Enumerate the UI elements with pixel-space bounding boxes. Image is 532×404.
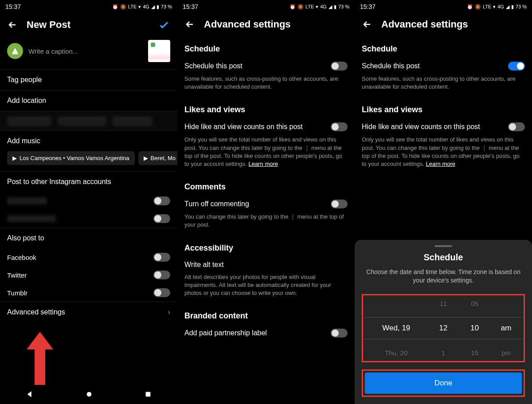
alarm-icon: ⏰ — [112, 4, 118, 10]
chevron-right-icon: › — [168, 308, 170, 316]
status-bar: 15:37 ⏰ 🔕 LTE ▾ 4G ◢ ▮73 % — [177, 0, 355, 13]
picker-hour-selected[interactable]: 12 — [428, 317, 459, 339]
picker-date-selected[interactable]: Wed, 19 — [365, 317, 428, 339]
twitter-toggle[interactable] — [153, 271, 170, 279]
dnd-icon: 🔕 — [475, 4, 481, 10]
hide-counts-row[interactable]: Hide like and view counts on this post — [177, 118, 355, 134]
volte-icon: LTE — [483, 4, 491, 9]
schedule-bottom-sheet: Schedule Choose the date and time below.… — [355, 240, 532, 404]
hide-counts-desc: Only you will see the total number of li… — [355, 134, 532, 174]
section-comments: Comments — [177, 174, 355, 195]
schedule-post-row[interactable]: Schedule this post — [177, 57, 355, 73]
datetime-picker[interactable]: 11 05 Wed, 19 12 10 am Thu, 20 1 15 pm — [365, 300, 522, 357]
signal-icon: ◢ — [506, 4, 509, 10]
picker-min-below[interactable]: 15 — [459, 349, 490, 357]
tumblr-toggle[interactable] — [153, 288, 170, 297]
hide-counts-toggle[interactable] — [508, 122, 525, 131]
datetime-picker-highlight: 11 05 Wed, 19 12 10 am Thu, 20 1 15 pm — [362, 294, 525, 362]
paid-label-row[interactable]: Add paid partnership label — [177, 324, 355, 340]
commenting-toggle[interactable] — [331, 200, 348, 208]
picker-min-selected[interactable]: 10 — [459, 317, 490, 339]
tag-people-row[interactable]: Tag people — [0, 69, 177, 90]
learn-more-link[interactable]: Learn more — [426, 161, 455, 167]
back-icon[interactable] — [7, 20, 18, 30]
add-music-row[interactable]: Add music — [0, 130, 177, 151]
picker-ampm-selected[interactable]: am — [490, 317, 522, 339]
back-icon[interactable] — [362, 19, 372, 30]
screen-advanced-settings-on: 15:37 ⏰ 🔕 LTE ▾ 4G ◢ ▮73 % Advanced sett… — [355, 0, 532, 404]
status-time: 15:37 — [5, 3, 21, 10]
picker-ampm-below[interactable]: pm — [490, 349, 522, 357]
picker-hour-below[interactable]: 1 — [428, 349, 459, 357]
hide-counts-toggle[interactable] — [331, 122, 348, 131]
wifi-icon: ▾ — [316, 4, 318, 10]
add-location-row[interactable]: Add location — [0, 90, 177, 111]
status-time: 15:37 — [360, 3, 376, 10]
music-chip-1[interactable]: ▶Los Campeones • Vamos Vamos Argentina — [7, 151, 135, 165]
battery-pct: 73 % — [516, 4, 527, 9]
schedule-toggle-on[interactable] — [508, 62, 525, 71]
facebook-row[interactable]: Facebook — [0, 248, 177, 266]
back-icon[interactable] — [184, 19, 195, 30]
status-bar: 15:37 ⏰ 🔕 LTE ▾ 4G ◢ ▮73 % — [0, 0, 177, 13]
sheet-desc: Choose the date and time below. Time zon… — [362, 268, 525, 285]
alarm-icon: ⏰ — [467, 4, 473, 10]
turn-off-commenting-row[interactable]: Turn off commenting — [177, 195, 355, 211]
picker-hour-above[interactable]: 11 — [428, 300, 459, 307]
learn-more-link[interactable]: Learn more — [249, 161, 278, 167]
picker-date-below[interactable]: Thu, 20 — [365, 349, 428, 357]
sheet-grabber[interactable] — [434, 245, 452, 247]
nav-home-icon[interactable] — [86, 391, 93, 400]
battery-pct: 73 % — [161, 4, 172, 9]
page-title: Advanced settings — [381, 19, 525, 30]
confirm-icon[interactable] — [158, 19, 170, 31]
done-highlight: Done — [362, 369, 525, 397]
alt-text-desc: Alt text describes your photos for peopl… — [177, 271, 355, 304]
battery-icon: ▮ — [334, 4, 336, 10]
post-thumbnail[interactable] — [148, 40, 170, 62]
twitter-row[interactable]: Twitter — [0, 266, 177, 284]
done-button[interactable]: Done — [365, 373, 522, 394]
signal-icon: ◢ — [329, 4, 332, 10]
svg-point-0 — [87, 392, 92, 397]
header: New Post — [0, 13, 177, 37]
volte-icon: LTE — [128, 4, 137, 9]
toggle[interactable] — [153, 214, 170, 223]
avatar[interactable] — [7, 43, 23, 59]
turn-off-desc: You can change this later by going to th… — [177, 211, 355, 235]
schedule-toggle[interactable] — [331, 62, 348, 71]
facebook-toggle[interactable] — [153, 253, 170, 262]
alarm-icon: ⏰ — [289, 4, 296, 10]
music-chip-2[interactable]: ▶Beret, Mo — [138, 151, 177, 165]
nav-recent-icon[interactable] — [145, 391, 152, 400]
page-title: Advanced settings — [204, 19, 348, 30]
header: Advanced settings — [355, 13, 532, 36]
toggle[interactable] — [153, 196, 170, 205]
section-likes: Likes and views — [177, 97, 355, 118]
wifi-icon: ▾ — [493, 4, 496, 10]
battery-icon: ▮ — [156, 4, 159, 10]
tumblr-row[interactable]: Tumblr — [0, 284, 177, 302]
location-suggestions[interactable] — [0, 111, 177, 130]
network-label: 4G — [143, 4, 149, 9]
screen-new-post: 15:37 ⏰ 🔕 LTE ▾ 4G ◢ ▮73 % New Post Writ… — [0, 0, 177, 404]
section-branded: Branded content — [177, 303, 355, 324]
dnd-icon: 🔕 — [297, 4, 304, 10]
caption-input[interactable]: Write a caption... — [28, 47, 143, 55]
nav-back-icon[interactable] — [26, 390, 34, 400]
alt-text-row[interactable]: Write alt text — [177, 256, 355, 271]
picker-min-above[interactable]: 05 — [459, 300, 490, 307]
account-toggle-1[interactable] — [0, 192, 177, 210]
section-accessibility: Accessibility — [177, 235, 355, 256]
paid-label-toggle[interactable] — [331, 329, 348, 337]
status-icons: ⏰ 🔕 LTE ▾ 4G ◢ ▮73 % — [467, 4, 527, 10]
battery-icon: ▮ — [511, 4, 514, 10]
account-toggle-2[interactable] — [0, 210, 177, 227]
advanced-settings-row[interactable]: Advanced settings › — [0, 302, 177, 322]
hide-counts-row[interactable]: Hide like and view counts on this post — [355, 118, 532, 134]
android-nav-bar — [0, 386, 177, 404]
schedule-post-row[interactable]: Schedule this post — [355, 57, 532, 73]
network-label: 4G — [497, 4, 504, 9]
status-time: 15:37 — [183, 3, 198, 10]
also-post-to-row: Also post to — [0, 227, 177, 248]
